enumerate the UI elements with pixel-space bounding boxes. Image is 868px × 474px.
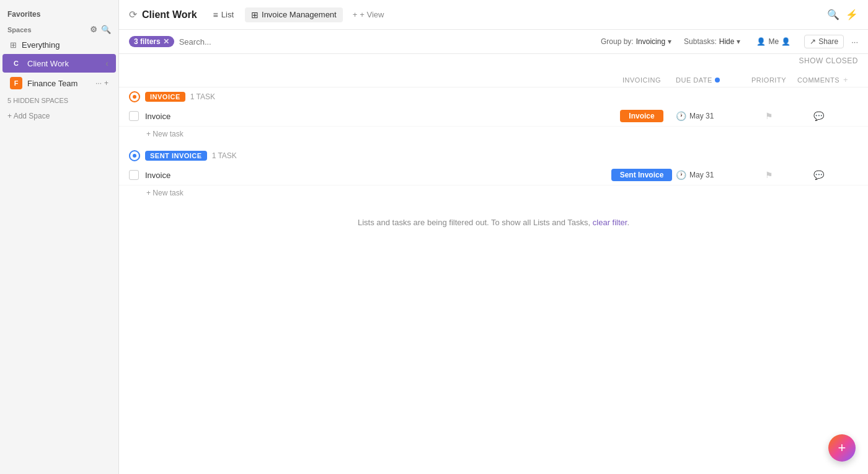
group-sent-invoice-task-count: 1 TASK <box>212 151 237 160</box>
group-invoice-badge: INVOICE <box>145 92 185 102</box>
task-due-date-value: May 31 <box>689 112 714 120</box>
svg-point-1 <box>133 154 136 158</box>
toolbar: 3 filters ✕ Group by: Invoicing ▾ Subtas… <box>119 30 868 54</box>
col-comments: COMMENTS <box>794 76 843 84</box>
share-icon: ↗ <box>810 37 816 46</box>
group-by-selector[interactable]: Group by: Invoicing ▾ <box>601 37 671 46</box>
svg-point-0 <box>133 95 136 99</box>
search-input[interactable] <box>179 37 385 47</box>
group-sent-invoice-badge: Sent Invoice <box>145 151 207 161</box>
invoice-mgmt-tab-icon: ⊞ <box>251 10 259 20</box>
finance-team-more-icon[interactable]: ··· <box>95 79 102 87</box>
comments-bubble-icon[interactable]: 💬 <box>813 170 824 180</box>
filter-notice: Lists and tasks are being filtered out. … <box>119 205 868 239</box>
group-sent-invoice-header: Sent Invoice 1 TASK <box>119 146 868 165</box>
tab-invoice-management[interactable]: ⊞ Invoice Management <box>245 7 343 22</box>
task-invoicing-badge[interactable]: Sent Invoice <box>611 169 673 181</box>
sidebar-item-finance-team[interactable]: F Finance Team ··· + <box>2 74 116 92</box>
grid-icon: ⊞ <box>10 40 17 50</box>
col-priority: PRIORITY <box>744 76 794 84</box>
group-invoice-toggle[interactable] <box>129 91 140 102</box>
sidebar-favorites-label: Favorites <box>0 5 118 21</box>
show-closed-bar: SHOW CLOSED <box>119 54 868 68</box>
everything-label: Everything <box>22 40 108 50</box>
task-comments-cell: 💬 <box>794 170 843 180</box>
group-by-value: Invoicing <box>636 37 665 46</box>
show-closed-button[interactable]: SHOW CLOSED <box>799 56 858 65</box>
task-priority-cell: ⚑ <box>744 111 794 121</box>
task-priority-cell: ⚑ <box>744 170 794 180</box>
task-invoicing-badge[interactable]: Invoice <box>620 110 663 122</box>
new-task-row-invoice: + New task <box>119 127 868 141</box>
task-due-date-cell: 🕐 May 31 <box>676 170 744 180</box>
group-by-label: Group by: <box>601 37 634 46</box>
filter-count-label: 3 filters <box>134 37 161 46</box>
due-date-clock-icon: 🕐 <box>676 170 686 180</box>
add-space-button[interactable]: + Add Space <box>0 108 118 124</box>
sidebar-item-client-work[interactable]: C Client Work ‹ <box>2 54 116 73</box>
task-invoicing-cell: Sent Invoice <box>608 169 676 181</box>
comments-bubble-icon[interactable]: 💬 <box>813 111 824 121</box>
group-sent-invoice-toggle[interactable] <box>129 150 140 161</box>
me-button[interactable]: 👤 Me 👤 <box>753 35 794 48</box>
due-date-indicator <box>715 78 720 83</box>
group-invoice-task-count: 1 TASK <box>190 92 215 101</box>
sidebar-collapse-icon[interactable]: ‹ <box>105 58 108 68</box>
filter-badge[interactable]: 3 filters ✕ <box>129 36 174 47</box>
finance-team-label: Finance Team <box>27 79 95 88</box>
more-options-button[interactable]: ··· <box>851 37 858 47</box>
table-row: Invoice Sent Invoice 🕐 May 31 ⚑ 💬 <box>119 165 868 186</box>
group-by-chevron-icon: ▾ <box>668 37 671 46</box>
invoice-mgmt-tab-label: Invoice Management <box>262 10 337 19</box>
page-header: ⟳ Client Work ≡ List ⊞ Invoice Managemen… <box>119 0 868 30</box>
client-work-icon: C <box>10 57 22 69</box>
task-checkbox[interactable] <box>129 170 139 180</box>
share-label: Share <box>818 37 838 46</box>
new-task-button-invoice[interactable]: + New task <box>146 130 184 138</box>
page-title: Client Work <box>142 9 197 20</box>
add-column-icon[interactable]: + <box>843 75 848 84</box>
content-area: INVOICING DUE DATE PRIORITY COMMENTS + I… <box>119 68 868 474</box>
spaces-label: Spaces <box>7 26 32 34</box>
task-name[interactable]: Invoice <box>145 112 608 121</box>
new-task-button-sent-invoice[interactable]: + New task <box>146 189 184 197</box>
col-invoicing: INVOICING <box>608 76 676 84</box>
task-checkbox[interactable] <box>129 111 139 121</box>
add-view-button[interactable]: + + View <box>348 7 389 22</box>
task-due-date-value: May 31 <box>689 171 714 179</box>
task-comments-cell: 💬 <box>794 111 843 121</box>
lightning-button[interactable]: ⚡ <box>846 9 858 20</box>
group-invoice-header: INVOICE 1 TASK <box>119 87 868 106</box>
me-label: Me <box>768 37 779 46</box>
me-extra-icon: 👤 <box>781 37 790 46</box>
priority-flag-icon[interactable]: ⚑ <box>765 170 773 180</box>
add-view-label: + View <box>360 10 384 19</box>
priority-flag-icon[interactable]: ⚑ <box>765 111 773 121</box>
finance-team-icon: F <box>10 77 22 89</box>
spaces-search-icon[interactable]: 🔍 <box>101 25 111 34</box>
subtasks-value: Hide <box>719 37 735 46</box>
group-invoice: INVOICE 1 TASK Invoice Invoice 🕐 May 31 … <box>119 87 868 141</box>
subtasks-selector[interactable]: Subtasks: Hide ▾ <box>684 37 740 46</box>
clear-filter-link[interactable]: clear filter <box>593 218 627 227</box>
client-work-label: Client Work <box>27 59 105 68</box>
subtasks-chevron-icon: ▾ <box>737 37 740 46</box>
table-row: Invoice Invoice 🕐 May 31 ⚑ 💬 <box>119 106 868 127</box>
fab-plus-icon: + <box>838 440 846 456</box>
finance-team-add-icon[interactable]: + <box>104 79 108 87</box>
add-view-plus-icon: + <box>353 10 358 19</box>
fab-button[interactable]: + <box>828 434 856 462</box>
tab-list[interactable]: ≡ List <box>207 7 240 22</box>
col-due-date: DUE DATE <box>676 76 744 84</box>
spaces-settings-icon[interactable]: ⚙ <box>90 25 97 34</box>
filter-notice-text: Lists and tasks are being filtered out. … <box>358 218 590 227</box>
sidebar: Favorites Spaces ⚙ 🔍 ⊞ Everything C Clie… <box>0 0 119 474</box>
search-button[interactable]: 🔍 <box>827 9 839 20</box>
share-button[interactable]: ↗ Share <box>804 35 844 48</box>
list-tab-label: List <box>221 10 234 19</box>
filter-clear-icon[interactable]: ✕ <box>163 37 169 46</box>
sidebar-item-everything[interactable]: ⊞ Everything <box>2 37 116 53</box>
page-icon: ⟳ <box>129 9 137 20</box>
due-date-clock-icon: 🕐 <box>676 111 686 121</box>
task-name[interactable]: Invoice <box>145 171 608 180</box>
